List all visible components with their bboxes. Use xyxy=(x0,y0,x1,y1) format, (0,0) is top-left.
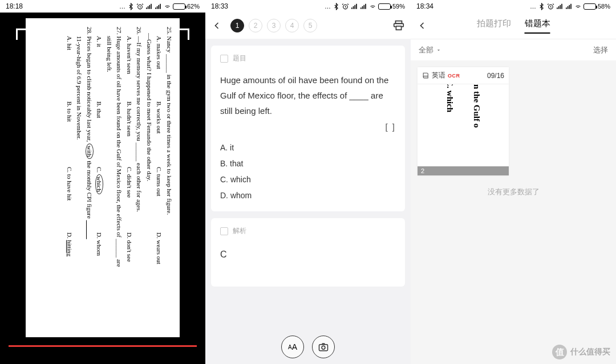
tab-print[interactable]: 拍题打印 xyxy=(477,18,511,34)
camera-button[interactable] xyxy=(312,336,335,358)
svg-rect-3 xyxy=(396,26,401,30)
question-thumbnail[interactable]: 英语 OCR 09/16 on the Gulf o C. which 2 xyxy=(418,67,509,175)
watermark-icon: 值 xyxy=(552,345,567,359)
page-dot-4[interactable]: 4 xyxy=(285,19,299,32)
wifi-icon xyxy=(369,3,376,10)
more-icon: … xyxy=(530,3,536,10)
analysis-card: 解析 C xyxy=(211,218,405,287)
alarm-icon xyxy=(547,3,554,10)
page-dot-2[interactable]: 2 xyxy=(249,19,262,32)
phone-screenshot-3: 18:34 … 58% 拍题打印 错题本 全部 xyxy=(411,0,616,364)
battery-icon xyxy=(378,3,391,10)
page-dot-3[interactable]: 3 xyxy=(267,19,281,32)
scan-corner-tr xyxy=(178,28,189,40)
bluetooth-icon xyxy=(127,3,135,10)
filter-bar: 全部 选择 xyxy=(411,39,616,60)
thumbnail-count: 2 xyxy=(418,166,509,175)
book-icon xyxy=(422,72,429,79)
signal-icon-2 xyxy=(360,3,367,10)
signal-icon xyxy=(351,3,358,10)
font-size-button[interactable]: AA xyxy=(281,336,304,358)
clock: 18:33 xyxy=(211,2,228,10)
battery-text: 62% xyxy=(187,3,200,10)
page-dot-5[interactable]: 5 xyxy=(303,19,317,32)
wifi-icon xyxy=(164,3,171,10)
signal-icon xyxy=(556,3,564,10)
status-bar: 18:34 … 58% xyxy=(411,0,616,13)
thumbnail-header: 英语 OCR 09/16 xyxy=(418,67,509,84)
clock: 18:18 xyxy=(6,2,23,10)
answer-brackets: [ ] xyxy=(220,122,396,132)
chevron-down-icon xyxy=(436,47,441,53)
document-text: 25. Nancy ______ in the gym two or three… xyxy=(26,18,180,337)
bluetooth-icon xyxy=(333,3,340,10)
alarm-icon xyxy=(136,3,144,10)
option-d: D. whom xyxy=(220,187,396,203)
signal-icon-2 xyxy=(155,3,162,10)
alarm-icon xyxy=(342,3,349,10)
card-header: 解析 xyxy=(220,226,396,236)
battery-text: 59% xyxy=(392,3,405,10)
print-button[interactable] xyxy=(392,19,405,32)
battery-text: 58% xyxy=(598,3,610,10)
more-icon: … xyxy=(119,3,125,10)
status-icons: … 58% xyxy=(530,3,610,10)
card-header: 题目 xyxy=(220,54,396,63)
back-button[interactable] xyxy=(416,20,428,31)
signal-icon-2 xyxy=(565,3,573,10)
scan-line xyxy=(9,345,197,347)
camera-scan-view: 25. Nancy ______ in the gym two or three… xyxy=(0,13,205,364)
ocr-badge: OCR xyxy=(448,73,460,79)
clock: 18:34 xyxy=(416,2,433,10)
question-card: 题目 Huge amounts of oil have been found o… xyxy=(211,46,405,211)
signal-icon xyxy=(145,3,153,10)
back-button[interactable] xyxy=(211,20,222,31)
wifi-icon xyxy=(574,3,582,10)
date-label: 09/16 xyxy=(487,72,504,80)
scanned-document: 25. Nancy ______ in the gym two or three… xyxy=(26,18,180,337)
battery-icon xyxy=(583,3,596,10)
watermark-text: 什么值得买 xyxy=(570,347,610,357)
status-bar: 18:18 … 62% xyxy=(0,0,205,13)
option-b: B. that xyxy=(220,156,396,171)
card-label: 解析 xyxy=(233,226,246,236)
status-icons: … 59% xyxy=(325,3,405,10)
svg-point-5 xyxy=(322,346,325,349)
nav-bar: 1 2 3 4 5 xyxy=(205,13,411,39)
page-dot-1[interactable]: 1 xyxy=(230,19,244,32)
select-button[interactable]: 选择 xyxy=(593,45,608,55)
phone-screenshot-2: 18:33 … 59% 1 2 3 4 5 xyxy=(205,0,411,364)
page-indicator: 1 2 3 4 5 xyxy=(230,19,317,32)
question-text: Huge amounts of oil have been found on t… xyxy=(220,72,396,118)
nav-bar: 拍题打印 错题本 xyxy=(411,13,616,39)
phone-screenshot-1: 18:18 … 62% 25. Nancy ______ in the gym … xyxy=(0,0,205,364)
status-bar: 18:33 … 59% xyxy=(205,0,411,13)
more-icon: … xyxy=(325,3,331,10)
camera-icon xyxy=(318,341,329,353)
filter-all-button[interactable]: 全部 xyxy=(419,45,441,55)
bluetooth-icon xyxy=(538,3,545,10)
watermark: 值 什么值得买 xyxy=(552,345,610,359)
no-more-data: 没有更多数据了 xyxy=(418,187,609,197)
card-label: 题目 xyxy=(233,54,246,63)
status-icons: … 62% xyxy=(119,3,200,10)
thumbnail-preview: on the Gulf o C. which 2 xyxy=(418,84,509,175)
subject-label: 英语 xyxy=(432,71,445,80)
battery-icon xyxy=(173,3,185,10)
tab-bar: 拍题打印 错题本 xyxy=(477,18,550,34)
bottom-controls: AA xyxy=(205,336,411,358)
options-list: A. it B. that C. which D. whom xyxy=(220,140,396,203)
answer-text: C xyxy=(220,245,396,260)
svg-rect-4 xyxy=(319,345,328,351)
option-a: A. it xyxy=(220,140,396,156)
option-c: C. which xyxy=(220,171,396,187)
thumbnail-grid: 英语 OCR 09/16 on the Gulf o C. which 2 没有… xyxy=(411,60,616,204)
select-checkbox[interactable] xyxy=(220,227,228,235)
tab-wrongbook[interactable]: 错题本 xyxy=(525,18,550,34)
select-checkbox[interactable] xyxy=(220,55,228,63)
